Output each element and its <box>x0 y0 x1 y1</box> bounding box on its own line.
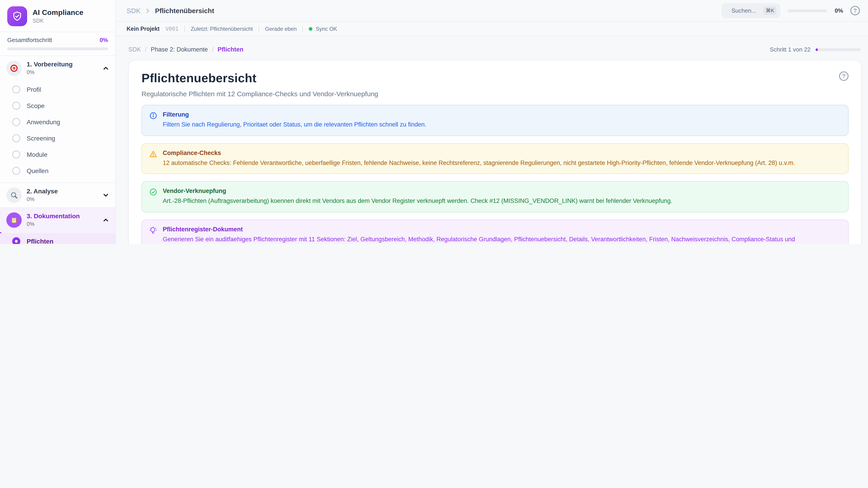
info-box-body: Generieren Sie ein auditfaehiges Pflicht… <box>163 234 841 244</box>
breadcrumb: SDK Pflichtenübersicht <box>127 7 214 14</box>
chevron-up-icon <box>103 65 109 71</box>
sidebar: AI Compliance SDK Gesamtfortschritt 0% 1… <box>0 0 116 244</box>
lightbulb-icon <box>149 226 157 244</box>
check-circle-icon <box>149 188 157 206</box>
sidebar-nav: 1. Vorbereitung 0% Profil Scope Anwendun… <box>0 56 115 244</box>
card-help-icon[interactable]: ? <box>839 71 848 81</box>
version-badge: V001 <box>165 26 179 32</box>
info-box-title: Vendor-Verknuepfung <box>163 188 841 194</box>
magnifier-icon <box>6 188 22 203</box>
help-icon[interactable]: ? <box>850 6 860 15</box>
page-breadcrumb-row: SDK / Phase 2: Dokumente / Pflichten Sch… <box>128 36 862 60</box>
chevron-up-icon <box>103 217 109 223</box>
step-indicator: Schritt 1 von 22 <box>770 46 811 53</box>
last-visited: Zuletzt: Pflichtenübersicht <box>191 26 253 32</box>
info-box-title: Filterung <box>163 111 841 118</box>
phase-header-analyse[interactable]: 2. Analyse 0% <box>0 183 115 207</box>
info-box-body: Filtern Sie nach Regulierung, Prioritaet… <box>163 120 841 129</box>
info-box-body: 12 automatische Checks: Fehlende Verantw… <box>163 158 841 168</box>
chevron-right-icon <box>145 8 151 13</box>
content-area: SDK / Phase 2: Dokumente / Pflichten Sch… <box>116 36 868 244</box>
shield-check-icon <box>7 6 27 26</box>
header-progress-value: 0% <box>835 7 843 14</box>
sidebar-item-profil[interactable]: Profil <box>0 81 115 98</box>
sidebar-item-screening[interactable]: Screening <box>0 130 115 147</box>
status-bar: Kein Projekt V001 Zuletzt: Pflichtenüber… <box>116 22 868 36</box>
radio-empty-icon <box>12 134 20 142</box>
header-progress-bar <box>787 9 827 12</box>
phase-analyse: 2. Analyse 0% <box>0 183 115 208</box>
sidebar-item-quellen[interactable]: Quellen <box>0 163 115 179</box>
breadcrumb-current: Pflichtenübersicht <box>155 7 214 14</box>
sidebar-item-pflichten[interactable]: Pflichten <box>0 233 115 244</box>
app-subtitle: SDK <box>33 18 84 24</box>
info-box-title: Pflichtenregister-Dokument <box>163 226 841 233</box>
sidebar-item-module[interactable]: Module <box>0 147 115 163</box>
info-box-title: Compliance-Checks <box>163 149 841 156</box>
phase-percent: 0% <box>27 69 98 76</box>
breadcrumb-root[interactable]: SDK <box>127 7 141 14</box>
step-progress-bar <box>815 48 861 51</box>
overall-progress: Gesamtfortschritt 0% <box>0 32 115 56</box>
radio-empty-icon <box>12 151 20 159</box>
info-box-body: Art.-28-Pflichten (Auftragsverarbeitung)… <box>163 196 841 206</box>
clipboard-icon <box>6 213 22 228</box>
phase-dokumentation: 3. Dokumentation 0% Pflichten TOMs Lösch… <box>0 208 115 244</box>
sidebar-item-scope[interactable]: Scope <box>0 98 115 114</box>
page-subtitle: Regulatorische Pflichten mit 12 Complian… <box>142 90 848 98</box>
page-breadcrumb-current: Pflichten <box>218 46 243 53</box>
info-box-compliance-checks: Compliance-Checks 12 automatische Checks… <box>142 143 848 174</box>
radio-selected-icon <box>12 237 20 244</box>
app-title: AI Compliance <box>33 8 84 17</box>
phase-percent: 0% <box>27 196 98 203</box>
phase-percent: 0% <box>27 221 98 228</box>
sidebar-item-anwendung[interactable]: Anwendung <box>0 114 115 130</box>
page-breadcrumb: SDK / Phase 2: Dokumente / Pflichten <box>128 46 243 53</box>
overall-progress-label: Gesamtfortschritt <box>7 37 52 43</box>
last-saved-time: Gerade eben <box>265 26 297 32</box>
search-shortcut-badge: ⌘K <box>764 6 776 15</box>
sync-ok-dot-icon <box>309 27 313 31</box>
radio-empty-icon <box>12 167 20 175</box>
app-window: AI Compliance SDK Gesamtfortschritt 0% 1… <box>0 0 868 244</box>
page-breadcrumb-phase[interactable]: Phase 2: Dokumente <box>151 46 208 53</box>
radio-empty-icon <box>12 118 20 126</box>
sidebar-header: AI Compliance SDK <box>0 0 115 32</box>
overall-progress-bar <box>7 47 108 50</box>
info-box-vendor-verknuepfung: Vendor-Verknuepfung Art.-28-Pflichten (A… <box>142 181 848 212</box>
main-area: SDK Pflichtenübersicht ⌘K 0% ? Kein Proj… <box>116 0 868 244</box>
radio-empty-icon <box>12 102 20 110</box>
main-card: Pflichtenuebersicht ? Regulatorische Pfl… <box>128 60 862 244</box>
phase-vorbereitung: 1. Vorbereitung 0% Profil Scope Anwendun… <box>0 56 115 183</box>
phase-title: 3. Dokumentation <box>27 213 98 221</box>
topbar: SDK Pflichtenübersicht ⌘K 0% ? <box>116 0 868 22</box>
info-box-pflichtenregister: Pflichtenregister-Dokument Generieren Si… <box>142 220 848 244</box>
page-breadcrumb-root[interactable]: SDK <box>128 46 141 53</box>
search-input[interactable] <box>732 7 760 14</box>
search-box[interactable]: ⌘K <box>721 3 780 18</box>
target-icon <box>6 61 22 76</box>
info-icon <box>149 111 157 129</box>
info-box-filterung: Filterung Filtern Sie nach Regulierung, … <box>142 105 848 136</box>
radio-empty-icon <box>12 86 20 94</box>
search-icon <box>727 7 727 14</box>
project-name: Kein Projekt <box>127 26 160 32</box>
phase-title: 1. Vorbereitung <box>27 61 98 69</box>
overall-progress-value: 0% <box>99 37 108 43</box>
chevron-down-icon <box>103 192 109 198</box>
phase-title: 2. Analyse <box>27 188 98 196</box>
warning-icon <box>149 149 157 168</box>
page-title: Pflichtenuebersicht <box>142 71 256 86</box>
sync-status: Sync OK <box>309 26 337 32</box>
phase-header-vorbereitung[interactable]: 1. Vorbereitung 0% <box>0 56 115 80</box>
phase-header-dokumentation[interactable]: 3. Dokumentation 0% <box>0 208 115 232</box>
